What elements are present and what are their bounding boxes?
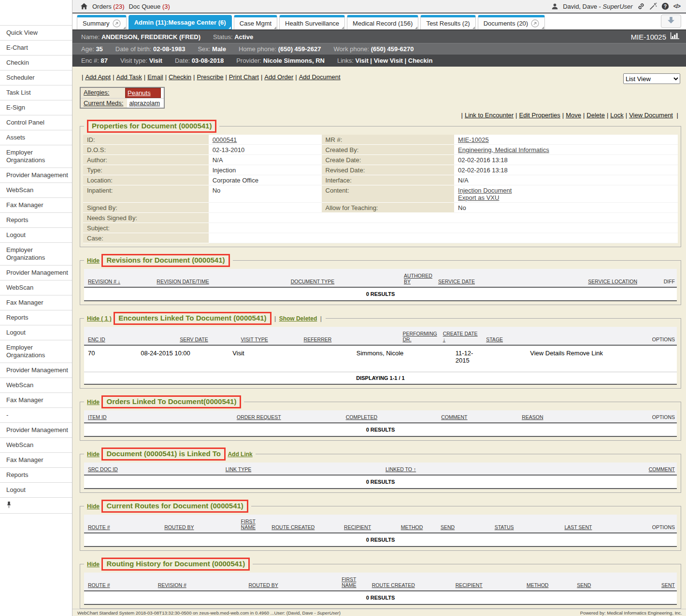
- sidebar-item[interactable]: Reports: [0, 310, 72, 325]
- hide-routes-link[interactable]: Hide: [87, 503, 100, 510]
- column-header[interactable]: ROUTE #: [84, 582, 154, 588]
- help-icon[interactable]: ?: [661, 2, 669, 10]
- injection-document-link[interactable]: Injection Document: [458, 187, 674, 194]
- magic-wand-icon[interactable]: [649, 2, 657, 10]
- column-header[interactable]: METHOD: [397, 524, 437, 530]
- sidebar-item[interactable]: E-Sign: [0, 100, 72, 115]
- column-header[interactable]: ROUTE CREATED: [368, 582, 452, 588]
- add-link-link[interactable]: Add Link: [228, 451, 252, 458]
- bar-chart-icon[interactable]: [670, 32, 679, 41]
- sidebar-item[interactable]: Provider Management: [0, 422, 72, 437]
- sidebar-item[interactable]: Reports: [0, 212, 72, 227]
- column-header[interactable]: FIRST NAME: [237, 518, 268, 530]
- chart-action-link[interactable]: Add Task: [116, 73, 142, 81]
- popout-icon[interactable]: [113, 19, 121, 28]
- column-header[interactable]: SERVICE LOCATION: [584, 279, 659, 284]
- allergies-link[interactable]: Allergies:: [84, 89, 109, 96]
- sidebar-item[interactable]: Fax Manager: [0, 295, 72, 310]
- sidebar-item[interactable]: E-Chart: [0, 40, 72, 55]
- sidebar-item[interactable]: -: [0, 407, 72, 422]
- document-action-link[interactable]: Link to Encounter: [465, 112, 514, 119]
- chart-action-link[interactable]: Prescribe: [197, 73, 223, 81]
- doc-queue-link[interactable]: Doc Queue (3): [129, 3, 170, 10]
- sidebar-item[interactable]: Quick View: [0, 25, 72, 40]
- chart-action-link[interactable]: Email: [147, 73, 163, 81]
- column-header[interactable]: REVISION # ↓: [84, 279, 153, 284]
- doc-id-link[interactable]: 0000541: [213, 136, 237, 143]
- tab-health-surveillance[interactable]: Health Surveillance: [279, 15, 345, 29]
- document-action-link[interactable]: Delete: [586, 112, 605, 119]
- sidebar-item[interactable]: Fax Manager: [0, 392, 72, 407]
- column-header[interactable]: DIFF: [660, 279, 677, 284]
- column-header[interactable]: OPTIONS: [648, 414, 677, 420]
- column-header[interactable]: PERFORMING DR.: [399, 331, 439, 342]
- sidebar-pin-toggle[interactable]: [0, 497, 72, 514]
- column-header[interactable]: METHOD: [523, 582, 573, 588]
- sidebar-item[interactable]: Employer Organizations: [0, 242, 72, 265]
- hide-linked-link[interactable]: Hide: [87, 451, 100, 458]
- sidebar-item[interactable]: Control Panel: [0, 115, 72, 130]
- column-header[interactable]: SEND: [437, 524, 491, 530]
- sidebar-item[interactable]: Logout: [0, 227, 72, 242]
- tab-summary[interactable]: Summary: [77, 15, 127, 29]
- column-header[interactable]: ROUTE CREATED: [268, 524, 340, 530]
- column-header[interactable]: DOCUMENT TYPE: [287, 279, 400, 284]
- visit-link[interactable]: Visit: [356, 57, 369, 64]
- column-header[interactable]: RECIPIENT: [452, 582, 523, 588]
- hide-encounters-link[interactable]: Hide ( 1 ): [87, 315, 112, 322]
- chart-action-link[interactable]: Print Chart: [229, 73, 259, 81]
- sidebar-item[interactable]: Provider Management: [0, 265, 72, 280]
- view-details-link[interactable]: View Details: [530, 350, 564, 357]
- column-header[interactable]: SENT: [657, 582, 677, 588]
- tab-admin-message-center[interactable]: Admin (11):Message Center (6): [129, 15, 232, 29]
- allergy-peanuts-link[interactable]: Peanuts: [128, 89, 151, 97]
- column-header[interactable]: REFERRER: [300, 336, 399, 342]
- document-action-link[interactable]: Edit Properties: [519, 112, 560, 119]
- created-by-link[interactable]: Engineering, Medical Informatics: [458, 146, 549, 154]
- chart-action-link[interactable]: Add Order: [264, 73, 293, 81]
- column-header[interactable]: COMMENT: [645, 466, 677, 472]
- column-header[interactable]: SERVICE DATE: [434, 279, 584, 284]
- column-header[interactable]: STATUS: [491, 524, 561, 530]
- tab-test-results[interactable]: Test Results (2): [420, 15, 475, 29]
- chart-action-link[interactable]: Add Appt: [85, 73, 111, 81]
- download-chart-button[interactable]: [661, 14, 681, 28]
- code-icon[interactable]: </>: [673, 3, 680, 10]
- column-header[interactable]: AUTHORED BY: [400, 273, 434, 284]
- column-header[interactable]: LINK TYPE: [222, 466, 382, 472]
- column-header[interactable]: RECIPIENT: [340, 524, 397, 530]
- sidebar-item[interactable]: Checkin: [0, 55, 72, 70]
- view-mode-select[interactable]: List View: [623, 73, 680, 84]
- column-header[interactable]: ROUTED BY: [160, 524, 237, 530]
- column-header[interactable]: FIRST NAME: [338, 576, 368, 588]
- sidebar-item[interactable]: Logout: [0, 325, 72, 340]
- sidebar-item[interactable]: WebScan: [0, 437, 72, 452]
- mrn-link[interactable]: MIE-10025: [458, 136, 489, 143]
- document-action-link[interactable]: Lock: [610, 112, 623, 119]
- export-as-vxu-link[interactable]: Export as VXU: [458, 194, 674, 201]
- sidebar-item[interactable]: Assets: [0, 130, 72, 145]
- sidebar-item[interactable]: Fax Manager: [0, 452, 72, 467]
- popout-icon[interactable]: [531, 19, 539, 28]
- tab-case-mgmt[interactable]: Case Mgmt: [234, 15, 277, 29]
- link-icon[interactable]: [637, 2, 645, 10]
- checkin-link[interactable]: Checkin: [408, 57, 433, 64]
- sidebar-item[interactable]: Scheduler: [0, 70, 72, 85]
- sidebar-item[interactable]: Logout: [0, 482, 72, 497]
- sidebar-item[interactable]: Provider Management: [0, 168, 72, 182]
- column-header[interactable]: COMMENT: [437, 414, 518, 420]
- med-alprazolam-link[interactable]: alprazolam: [129, 99, 160, 107]
- hide-orders-link[interactable]: Hide: [87, 399, 100, 406]
- column-header[interactable]: ITEM ID: [84, 414, 233, 420]
- column-header[interactable]: OPTIONS: [648, 336, 677, 342]
- sidebar-item[interactable]: WebScan: [0, 182, 72, 197]
- document-action-link[interactable]: View Document: [629, 112, 673, 119]
- sidebar-item[interactable]: WebScan: [0, 280, 72, 295]
- home-icon[interactable]: [80, 3, 88, 10]
- column-header[interactable]: LAST SENT: [560, 524, 648, 530]
- tab-documents[interactable]: Documents (20): [478, 15, 545, 29]
- sidebar-item[interactable]: Task List: [0, 85, 72, 100]
- sidebar-item[interactable]: Reports: [0, 467, 72, 482]
- sidebar-item[interactable]: Fax Manager: [0, 197, 72, 212]
- sidebar-item[interactable]: Employer Organizations: [0, 145, 72, 168]
